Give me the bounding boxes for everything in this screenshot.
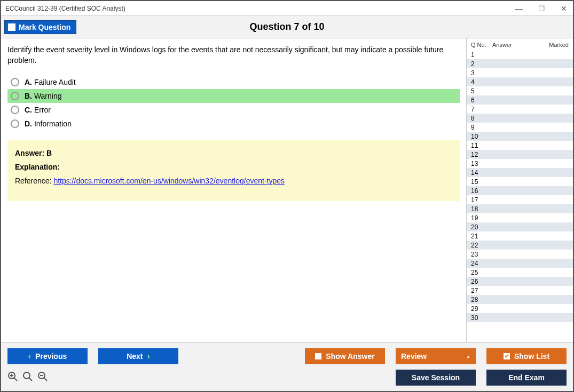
mark-question-label: Mark Question	[19, 23, 70, 31]
list-item[interactable]: 27	[467, 286, 573, 295]
next-label: Next	[127, 352, 143, 361]
zoom-reset-icon[interactable]	[22, 371, 33, 385]
question-text: Identify the event severity level in Win…	[7, 45, 460, 66]
list-header: Q No. Answer Marked	[467, 38, 573, 50]
list-item-number: 2	[471, 60, 492, 68]
list-item-number: 17	[471, 196, 492, 204]
list-item[interactable]: 26	[467, 277, 573, 286]
answer-line: Answer: B	[15, 149, 452, 157]
show-answer-label: Show Answer	[326, 352, 374, 361]
list-item[interactable]: 4	[467, 77, 573, 86]
chevron-right-icon: ›	[147, 351, 150, 361]
list-item-number: 5	[471, 87, 492, 95]
option-text: B. Warning	[25, 92, 62, 100]
list-item[interactable]: 7	[467, 105, 573, 114]
list-item-number: 15	[471, 178, 492, 186]
review-dropdown[interactable]: Review ▲	[396, 348, 476, 364]
list-item[interactable]: 9	[467, 123, 573, 132]
next-button[interactable]: Next ›	[98, 348, 178, 364]
show-answer-checkbox-icon	[315, 353, 321, 359]
end-exam-button[interactable]: End Exam	[486, 370, 567, 386]
header-bar: Mark Question Question 7 of 10	[1, 16, 573, 38]
list-item-number: 28	[471, 296, 492, 303]
list-item[interactable]: 19	[467, 213, 573, 222]
app-window: ECCouncil 312-39 (Certified SOC Analyst)…	[0, 0, 574, 392]
option-row[interactable]: C. Error	[7, 103, 460, 117]
footer-row-1: ‹ Previous Next › Show Answer Review ▲ S…	[7, 348, 567, 364]
svg-line-1	[14, 378, 18, 381]
list-item[interactable]: 17	[467, 195, 573, 204]
list-item-number: 20	[471, 223, 492, 231]
list-item[interactable]: 10	[467, 132, 573, 141]
reference-link[interactable]: https://docs.microsoft.com/en-us/windows…	[53, 177, 285, 185]
reference-prefix: Reference:	[15, 177, 53, 185]
list-item-number: 27	[471, 287, 492, 294]
list-item-number: 29	[471, 305, 492, 313]
mark-question-button[interactable]: Mark Question	[4, 20, 76, 34]
show-list-label: Show List	[514, 352, 549, 361]
list-item[interactable]: 21	[467, 231, 573, 241]
list-item-number: 14	[471, 169, 492, 177]
list-header-marked: Marked	[542, 42, 569, 48]
list-item[interactable]: 14	[467, 168, 573, 177]
list-item[interactable]: 28	[467, 295, 573, 304]
list-item[interactable]: 20	[467, 222, 573, 231]
list-item[interactable]: 8	[467, 114, 573, 123]
list-item[interactable]: 18	[467, 204, 573, 213]
list-item[interactable]: 22	[467, 241, 573, 250]
list-item-number: 12	[471, 151, 492, 158]
show-answer-button[interactable]: Show Answer	[305, 348, 385, 364]
list-item[interactable]: 5	[467, 86, 573, 95]
question-area: Identify the event severity level in Win…	[1, 38, 466, 342]
show-list-button[interactable]: Show List	[486, 348, 567, 364]
list-item-number: 16	[471, 187, 492, 195]
minimize-icon[interactable]: ―	[513, 3, 525, 14]
previous-button[interactable]: ‹ Previous	[7, 348, 88, 364]
list-item[interactable]: 13	[467, 159, 573, 168]
list-item[interactable]: 6	[467, 95, 573, 105]
list-item[interactable]: 23	[467, 250, 573, 259]
list-item-number: 23	[471, 251, 492, 258]
list-item[interactable]: 15	[467, 177, 573, 186]
zoom-in-icon[interactable]	[7, 371, 18, 385]
list-item-number: 18	[471, 205, 492, 213]
save-session-button[interactable]: Save Session	[396, 370, 476, 386]
list-rows[interactable]: 1234567891011121314151617181920212223242…	[467, 50, 573, 342]
option-row[interactable]: D. Information	[7, 117, 460, 131]
previous-label: Previous	[35, 352, 67, 361]
list-header-qno: Q No.	[471, 42, 492, 48]
option-text: C. Error	[25, 106, 51, 114]
list-item[interactable]: 29	[467, 304, 573, 313]
explanation-label: Explanation:	[15, 163, 452, 171]
list-item[interactable]: 2	[467, 59, 573, 68]
list-item[interactable]: 3	[467, 68, 573, 77]
list-item-number: 9	[471, 124, 492, 131]
list-item[interactable]: 11	[467, 141, 573, 150]
list-header-answer: Answer	[492, 42, 542, 48]
question-counter: Question 7 of 10	[249, 21, 324, 33]
list-item[interactable]: 16	[467, 186, 573, 195]
option-row[interactable]: B. Warning	[7, 89, 460, 103]
maximize-icon[interactable]: ☐	[536, 3, 547, 14]
list-item[interactable]: 30	[467, 313, 573, 322]
option-text: D. Information	[25, 119, 72, 128]
radio-icon	[11, 119, 19, 128]
window-title: ECCouncil 312-39 (Certified SOC Analyst)	[5, 5, 125, 12]
zoom-out-icon[interactable]	[37, 371, 48, 385]
list-item-number: 7	[471, 106, 492, 113]
show-list-checkbox-icon	[504, 353, 510, 359]
close-icon[interactable]: ✕	[558, 3, 570, 14]
mark-checkbox-icon	[8, 23, 15, 31]
list-item-number: 6	[471, 97, 492, 104]
list-item-number: 24	[471, 260, 492, 267]
review-label: Review	[401, 352, 427, 361]
list-item-number: 13	[471, 160, 492, 167]
option-text: A. Failure Audit	[25, 78, 76, 86]
list-item[interactable]: 25	[467, 268, 573, 277]
list-item[interactable]: 12	[467, 150, 573, 159]
titlebar: ECCouncil 312-39 (Certified SOC Analyst)…	[1, 1, 573, 16]
list-item[interactable]: 1	[467, 50, 573, 59]
option-row[interactable]: A. Failure Audit	[7, 75, 460, 89]
list-item-number: 21	[471, 233, 492, 240]
list-item[interactable]: 24	[467, 259, 573, 268]
